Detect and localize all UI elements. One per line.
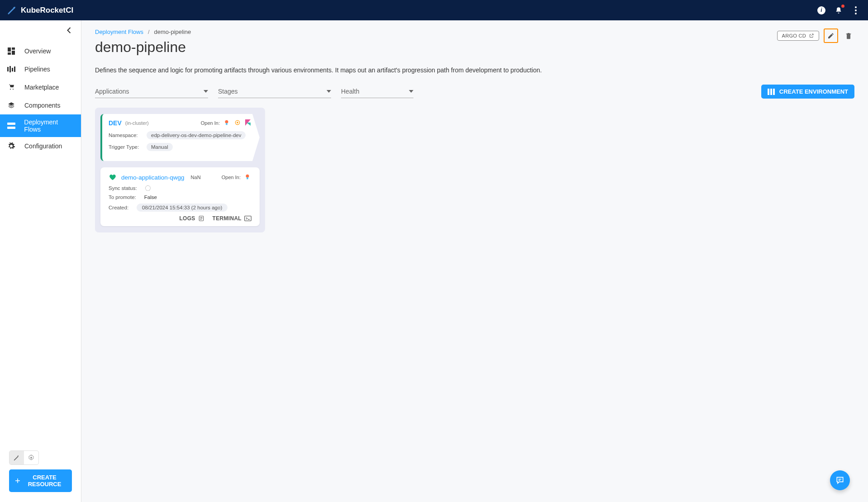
namespace-label: Namespace: [109,133,140,138]
created-label: Created: [109,205,128,210]
brand-logo[interactable]: KubeRocketCI [7,5,73,15]
sidebar-item-label: Overview [24,47,51,55]
sync-spinner-icon [145,185,151,191]
create-resource-label: CREATE RESOURCE [24,474,66,488]
promote-label: To promote: [109,194,136,200]
pipelines-icon [6,64,16,74]
svg-rect-24 [245,216,251,221]
external-link-icon [809,33,814,38]
svg-rect-3 [8,47,11,52]
stages-filter-label: Stages [218,88,238,95]
sidebar-item-pipelines[interactable]: Pipelines [0,60,81,78]
main-content: Deployment Flows / demo-pipeline demo-pi… [81,20,868,502]
top-bar: KubeRocketCI i [0,0,868,20]
info-icon[interactable]: i [816,5,826,15]
delete-button[interactable] [843,30,854,42]
chevron-down-icon [327,90,331,93]
svg-rect-15 [770,89,772,95]
sync-status-label: Sync status: [109,185,137,191]
stages-filter[interactable]: Stages [218,85,331,98]
kibana-icon[interactable] [245,119,252,127]
environment-container: DEV (in-cluster) Open In: Namespace: edp… [95,108,265,232]
grafana-icon[interactable] [234,119,242,127]
chevron-down-icon [409,90,413,93]
heart-icon [109,174,117,181]
promote-value: False [144,194,157,200]
columns-icon [768,89,775,95]
cart-icon [6,82,16,92]
sidebar-item-components[interactable]: Components [0,96,81,114]
sidebar-item-marketplace[interactable]: Marketplace [0,78,81,96]
argo-cd-button[interactable]: ARGO CD [777,31,819,41]
svg-rect-4 [12,47,15,50]
gear-mode-button[interactable] [24,451,38,464]
svg-point-20 [237,122,238,123]
svg-rect-22 [247,177,248,179]
svg-point-13 [30,457,32,459]
edit-highlight [824,28,838,43]
layers-icon [6,100,16,110]
argo-icon[interactable] [244,174,251,181]
svg-rect-6 [8,52,11,55]
flows-icon [6,121,16,131]
svg-rect-11 [7,123,15,125]
stage-cluster: (in-cluster) [125,120,149,126]
pen-mode-button[interactable] [9,451,24,464]
svg-rect-18 [226,123,228,125]
sidebar-collapse-button[interactable] [0,20,81,40]
health-filter-label: Health [341,88,359,95]
edit-button[interactable] [825,30,837,42]
argo-cd-label: ARGO CD [782,33,806,38]
create-environment-label: CREATE ENVIRONMENT [779,88,848,95]
terminal-icon [244,216,251,221]
applications-filter[interactable]: Applications [95,85,208,98]
dashboard-icon [6,46,16,56]
applications-filter-label: Applications [95,88,129,95]
terminal-button[interactable]: TERMINAL [213,215,251,222]
svg-rect-14 [768,89,769,95]
more-menu-icon[interactable] [851,5,861,15]
chat-fab[interactable] [830,470,850,490]
app-nan: NaN [191,175,201,180]
svg-point-2 [855,13,857,14]
health-filter[interactable]: Health [341,85,413,98]
stage-card: DEV (in-cluster) Open In: Namespace: edp… [100,114,260,161]
svg-rect-8 [9,66,11,72]
sidebar-item-label: Components [24,102,60,109]
create-environment-button[interactable]: CREATE ENVIRONMENT [761,85,854,99]
svg-rect-5 [12,51,15,55]
svg-rect-12 [7,127,15,129]
page-title: demo-pipeline [95,39,191,56]
open-in-label: Open In: [222,175,241,180]
svg-point-21 [246,175,249,178]
sidebar-item-label: Configuration [24,142,62,150]
sidebar: Overview Pipelines Marketplace Component… [0,20,81,502]
theme-toggle [9,450,39,465]
svg-point-17 [225,120,228,123]
notifications-icon[interactable] [834,5,844,15]
create-resource-button[interactable]: CREATE RESOURCE [9,469,72,492]
trigger-label: Trigger Type: [109,144,140,150]
argo-icon[interactable] [223,119,231,127]
sidebar-item-configuration[interactable]: Configuration [0,137,81,155]
svg-point-1 [855,9,857,11]
logs-icon [198,215,204,222]
sidebar-item-deployment-flows[interactable]: Deployment Flows [0,114,81,137]
breadcrumb-current: demo-pipeline [154,28,191,35]
sidebar-item-label: Pipelines [24,66,50,73]
sidebar-item-overview[interactable]: Overview [0,42,81,60]
trigger-value: Manual [147,143,173,151]
breadcrumb-parent-link[interactable]: Deployment Flows [95,28,143,35]
stage-name-link[interactable]: DEV [109,119,122,127]
logs-button[interactable]: LOGS [179,215,204,222]
created-value: 08/21/2024 15:54:33 (2 hours ago) [137,204,228,212]
open-in-label: Open In: [201,120,220,126]
svg-point-0 [855,6,857,8]
breadcrumb: Deployment Flows / demo-pipeline [95,28,191,35]
application-card: demo-application-qwgg NaN Open In: Sync … [100,167,260,226]
page-description: Defines the sequence and logic for promo… [95,66,854,74]
chevron-down-icon [204,90,208,93]
application-name-link[interactable]: demo-application-qwgg [121,174,185,181]
svg-rect-10 [14,66,15,72]
logs-label: LOGS [179,215,195,222]
